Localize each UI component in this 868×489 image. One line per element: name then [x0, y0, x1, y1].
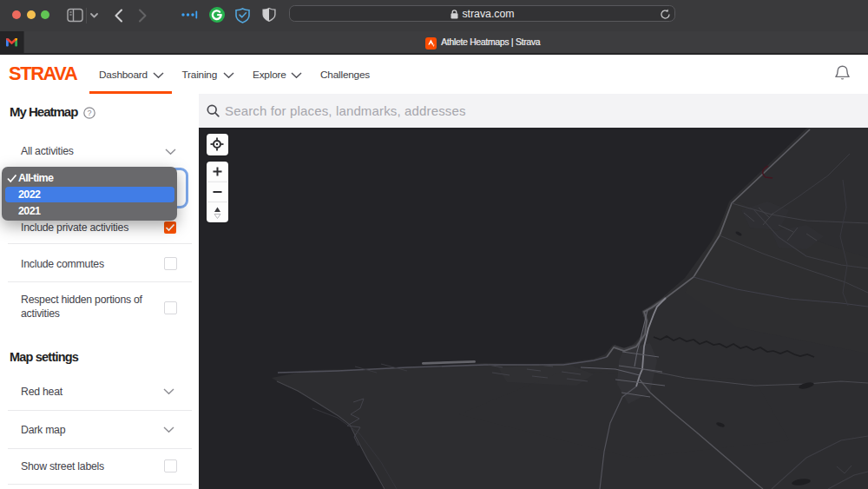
- svg-text:STRAVA: STRAVA: [9, 66, 78, 82]
- svg-text:?: ?: [87, 109, 91, 117]
